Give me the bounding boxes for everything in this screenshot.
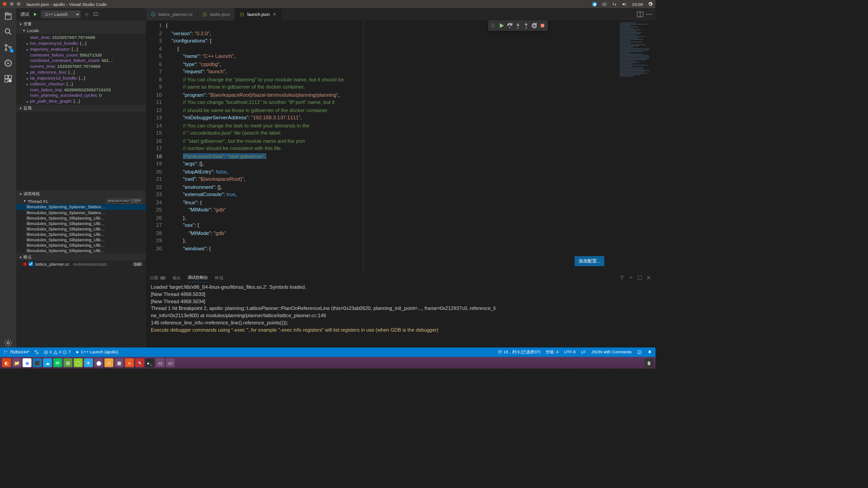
scm-icon[interactable] — [4, 43, 13, 52]
local-var[interactable]: start_time: 1523257697.7874668 — [16, 34, 146, 40]
app-icon-11[interactable]: ▭ — [156, 358, 165, 367]
breakpoint-checkbox[interactable] — [28, 262, 33, 266]
tab-terminal[interactable]: 终端 — [215, 273, 223, 282]
stack-frame[interactable]: libmodules_Splanning_Slibplanning_Ulib… — [16, 248, 146, 253]
stack-frame[interactable]: libmodules_Splanning_Slibplanning_Ulib… — [16, 221, 146, 226]
panel-close-icon[interactable] — [646, 275, 651, 281]
network-icon[interactable] — [612, 1, 617, 6]
stop-icon[interactable] — [539, 22, 546, 29]
explorer-icon[interactable] — [4, 12, 13, 21]
volume-icon[interactable] — [622, 1, 627, 6]
window-close-icon[interactable] — [3, 2, 6, 5]
panel-max-icon[interactable] — [637, 275, 642, 281]
keyboard-icon[interactable] — [602, 1, 607, 6]
status-launch[interactable]: C++ Launch (apollo) — [75, 350, 118, 355]
ubuntu-icon[interactable]: ◐ — [2, 358, 11, 367]
panel-filter-icon[interactable] — [619, 275, 625, 281]
window-controls[interactable] — [3, 1, 23, 6]
status-eol[interactable]: LF — [581, 349, 586, 355]
app-icon-5[interactable]: ◯ — [74, 358, 83, 367]
continue-icon[interactable] — [498, 22, 505, 29]
debug-console[interactable]: Loaded 'target:/lib/x86_64-linux-gnu/lib… — [146, 283, 656, 347]
window-max-icon[interactable] — [17, 2, 20, 5]
code-content[interactable]: { "version": "0.2.0", "configurations": … — [166, 20, 618, 272]
start-debug-icon[interactable] — [33, 12, 38, 17]
local-var[interactable]: ▸ptr_path_time_graph: {...} — [16, 98, 146, 104]
locals-header[interactable]: ▼Locals — [16, 28, 146, 34]
local-var[interactable]: ▸trajectory_evaluator: {...} — [16, 46, 146, 52]
step-over-icon[interactable] — [506, 22, 513, 29]
app-icon-1[interactable]: ⬛ — [33, 358, 42, 367]
local-var[interactable]: current_time: 1523257697.7874668 — [16, 63, 146, 69]
app-icon-8[interactable]: ▦ — [115, 358, 124, 367]
debug-toolbar[interactable] — [488, 20, 547, 31]
telegram-icon[interactable] — [592, 1, 597, 6]
variables-header[interactable]: ▼变量 — [16, 20, 146, 28]
minimap[interactable] — [618, 20, 656, 272]
app-icon-4[interactable]: ⊞ — [63, 358, 72, 367]
local-var[interactable]: ▸collision_checker: {...} — [16, 81, 146, 87]
settings-gear-icon[interactable] — [4, 338, 13, 347]
status-branch[interactable]: 7bdbe244* — [4, 350, 29, 355]
app-icon-6[interactable]: ⬤ — [94, 358, 103, 367]
debug-settings-icon[interactable] — [84, 12, 90, 17]
status-bell-icon[interactable] — [647, 349, 652, 355]
local-var[interactable]: combined_constraint_failure_count: 461… — [16, 58, 146, 64]
app-icon-10[interactable]: ✎ — [135, 358, 144, 367]
app-icon-12[interactable]: ▭ — [166, 358, 175, 367]
chrome-icon[interactable]: ◉ — [23, 358, 32, 367]
app-icon-2[interactable]: ☁ — [43, 358, 52, 367]
stack-frame[interactable]: libmodules_Splanning_Splanner_Slattice… — [16, 210, 146, 215]
stack-frame[interactable]: libmodules_Splanning_Slibplanning_Ulib… — [16, 216, 146, 221]
local-var[interactable]: ▸ptr_reference_line: {...} — [16, 69, 146, 75]
thread-row[interactable]: ▼Thread #1BREAKPOINT 已暂停 — [16, 197, 146, 204]
terminal-app-icon[interactable]: ▸_ — [146, 358, 155, 367]
editor-tab[interactable]: launch.json✕ — [235, 8, 282, 20]
stack-frame[interactable]: libmodules_Splanning_Slibplanning_Ulib… — [16, 243, 146, 248]
clock[interactable]: 15:09 — [632, 1, 643, 6]
extensions-icon[interactable] — [4, 75, 13, 84]
step-out-icon[interactable] — [523, 22, 529, 29]
stack-frame[interactable]: libmodules_Splanning_Slibplanning_Ulib… — [16, 232, 146, 237]
callstack-header[interactable]: ▼调用堆栈 — [16, 190, 146, 197]
local-var[interactable]: num_lattice_traj: 4629965023882716103 — [16, 87, 146, 93]
status-feedback-icon[interactable] — [637, 349, 642, 355]
tab-close-icon[interactable]: ✕ — [273, 12, 276, 17]
stack-frame[interactable]: libmodules_Splanning_Slibplanning_Ulib… — [16, 226, 146, 232]
local-var[interactable]: ▸lon_trajectory1d_bundle: {...} — [16, 40, 146, 46]
breakpoint-row[interactable]: lattice_planner.cc modules/planning/pl… … — [16, 261, 146, 267]
status-sync[interactable] — [34, 350, 39, 355]
telegram-app-icon[interactable]: ✈ — [84, 358, 93, 367]
search-icon[interactable] — [4, 27, 13, 36]
tab-problems[interactable]: 问题7 — [150, 273, 165, 282]
window-min-icon[interactable] — [10, 2, 14, 5]
gear-icon[interactable] — [648, 1, 653, 6]
status-encoding[interactable]: UTF-8 — [564, 349, 576, 355]
panel-up-icon[interactable] — [628, 275, 634, 281]
stack-frame[interactable]: libmodules_Splanning_Slibplanning_Ulib… — [16, 237, 146, 243]
trash-icon[interactable]: 🗑 — [645, 358, 654, 367]
local-var[interactable]: num_planning_succeeded_cycles: 0 — [16, 93, 146, 99]
editor-tab[interactable]: tasks.json — [198, 8, 235, 20]
watch-header[interactable]: ▼监视 — [16, 105, 146, 112]
tab-output[interactable]: 输出 — [173, 273, 181, 282]
app-icon-3[interactable]: ✉ — [53, 358, 62, 367]
status-spaces[interactable]: 空格: 4 — [546, 349, 558, 355]
split-editor-icon[interactable] — [637, 10, 644, 18]
status-problems[interactable]: 0 0 7 — [44, 350, 71, 355]
tab-debug-console[interactable]: 调试控制台 — [188, 273, 208, 282]
more-icon[interactable] — [645, 10, 653, 18]
local-var[interactable]: constraint_failure_count: 556271328 — [16, 52, 146, 58]
stack-frame[interactable]: libmodules_Splanning_Splanner_Slattice… — [16, 204, 146, 210]
breakpoints-header[interactable]: ▼断点 — [16, 253, 146, 261]
local-var[interactable]: ▸lat_trajectory1d_bundle: {...} — [16, 75, 146, 81]
os-taskbar[interactable]: ◐ 📁 ◉ ⬛ ☁ ✉ ⊞ ◯ ✈ ⬤ ⊹ ▦ A ✎ ▸_ ▭ ▭ 🗑 — [0, 357, 656, 369]
status-language[interactable]: JSON with Comments — [591, 349, 632, 355]
app-icon-7[interactable]: ⊹ — [104, 358, 113, 367]
debug-config-select[interactable]: C++ Launch — [41, 10, 81, 18]
restart-icon[interactable] — [531, 22, 538, 29]
app-icon-9[interactable]: A — [125, 358, 134, 367]
editor[interactable]: 1234567891011121314151617181920212223242… — [146, 20, 656, 272]
debug-console-icon[interactable] — [93, 12, 98, 17]
debug-icon[interactable] — [4, 59, 13, 68]
